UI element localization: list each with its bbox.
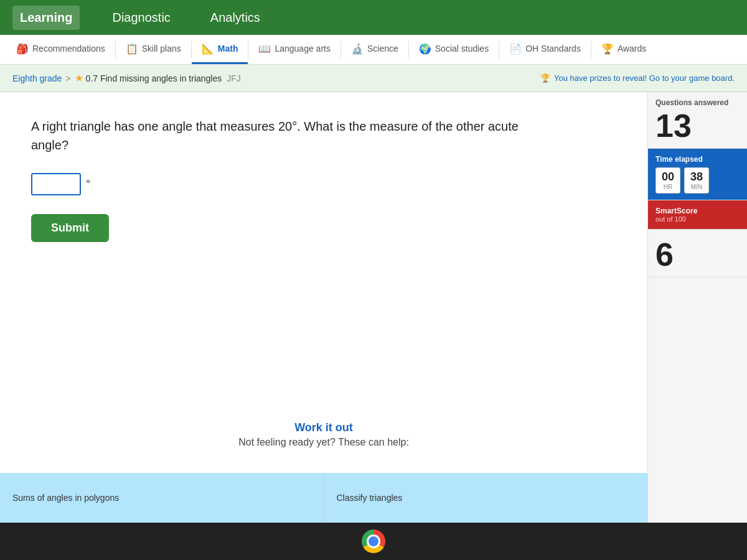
- help-card-polygons[interactable]: Sums of angles in polygons: [0, 473, 324, 523]
- questions-answered-count: 13: [655, 110, 740, 142]
- science-icon: 🔬: [351, 43, 364, 55]
- work-it-out-title: Work it out: [0, 421, 647, 434]
- questions-answered-section: Questions answered 13: [648, 92, 747, 149]
- work-it-out-section: Work it out Not feeling ready yet? These…: [0, 421, 647, 448]
- time-hours-unit: HR: [661, 184, 675, 190]
- answer-area: °: [31, 173, 616, 195]
- breadcrumb-chevron: >: [65, 73, 70, 83]
- answer-input[interactable]: [31, 173, 81, 195]
- degree-symbol: °: [86, 178, 90, 191]
- question-text: A right triangle has one angle that meas…: [31, 117, 529, 154]
- social-studies-icon: 🌍: [419, 43, 431, 55]
- breadcrumb-skill: 0.7 Find missing angles in triangles JFJ: [86, 73, 241, 83]
- nav-oh-standards[interactable]: 📄 OH Standards: [499, 35, 591, 64]
- smart-score-number-section: 6: [648, 230, 747, 278]
- help-card-triangles[interactable]: Classify triangles: [324, 473, 648, 523]
- work-it-out-subtitle: Not feeling ready yet? These can help:: [0, 437, 647, 448]
- trophy-icon: 🏆: [540, 73, 550, 83]
- right-sidebar: Questions answered 13 Time elapsed 00 HR…: [647, 92, 747, 523]
- time-minutes-unit: MIN: [690, 184, 703, 190]
- question-panel: A right triangle has one angle that meas…: [0, 92, 647, 523]
- nav-skill-plans[interactable]: 📋 Skill plans: [116, 35, 191, 64]
- time-minutes-value: 38: [690, 170, 703, 184]
- second-navigation: 🎒 Recommendations 📋 Skill plans 📐 Math 📖…: [0, 35, 747, 65]
- breadcrumb-bar: Eighth grade > ★ 0.7 Find missing angles…: [0, 65, 747, 92]
- recommendations-icon: 🎒: [16, 43, 29, 55]
- nav-language-arts[interactable]: 📖 Language arts: [248, 35, 341, 64]
- nav-math[interactable]: 📐 Math: [192, 35, 248, 64]
- nav-diagnostic[interactable]: Diagnostic: [105, 6, 177, 30]
- time-row: 00 HR 38 MIN: [655, 167, 740, 194]
- time-elapsed-label: Time elapsed: [655, 155, 740, 164]
- main-area: A right triangle has one angle that meas…: [0, 92, 747, 523]
- chrome-icon[interactable]: [362, 530, 385, 553]
- taskbar: [0, 523, 747, 560]
- submit-button[interactable]: Submit: [31, 214, 109, 242]
- nav-social-studies[interactable]: 🌍 Social studies: [409, 35, 499, 64]
- time-elapsed-section: Time elapsed 00 HR 38 MIN: [648, 149, 747, 200]
- language-arts-icon: 📖: [258, 43, 271, 55]
- prize-notice[interactable]: 🏆 You have prizes to reveal! Go to your …: [540, 73, 735, 83]
- time-minutes-box: 38 MIN: [684, 167, 709, 194]
- skill-plans-icon: 📋: [126, 43, 138, 55]
- nav-science[interactable]: 🔬 Science: [341, 35, 408, 64]
- nav-analytics[interactable]: Analytics: [203, 6, 268, 30]
- smart-score-label: SmartScore: [655, 207, 740, 215]
- smart-score-number: 6: [655, 238, 740, 271]
- time-hours-value: 00: [661, 170, 675, 184]
- help-cards: Sums of angles in polygons Classify tria…: [0, 473, 647, 523]
- oh-standards-icon: 📄: [509, 43, 522, 55]
- nav-recommendations[interactable]: 🎒 Recommendations: [6, 35, 115, 64]
- nav-learning[interactable]: Learning: [12, 6, 80, 30]
- nav-awards[interactable]: 🏆 Awards: [591, 35, 656, 64]
- awards-icon: 🏆: [601, 43, 614, 55]
- smart-score-section: SmartScore out of 100: [648, 200, 747, 230]
- breadcrumb-grade[interactable]: Eighth grade: [12, 73, 62, 83]
- smart-score-sub: out of 100: [655, 215, 740, 223]
- math-icon: 📐: [202, 43, 214, 55]
- star-icon: ★: [75, 72, 83, 84]
- top-navigation: Learning Diagnostic Analytics: [0, 0, 747, 35]
- questions-answered-label: Questions answered: [655, 98, 740, 107]
- time-hours-box: 00 HR: [655, 167, 680, 194]
